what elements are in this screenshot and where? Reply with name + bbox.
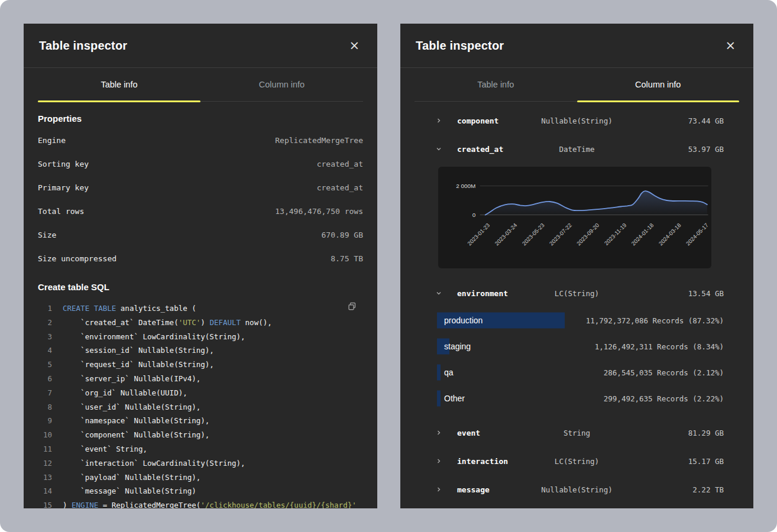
line-number: 6 (38, 372, 52, 386)
value-bar-row-production: production11,792,372,086 Records (87.32%… (415, 307, 739, 333)
tab-column-info[interactable]: Column info (577, 68, 740, 101)
column-row-interaction[interactable]: interactionLC(String)15.17 GB (415, 447, 739, 475)
sql-source: `request_id` Nullable(String), (63, 358, 214, 372)
sql-source: `interaction` LowCardinality(String), (63, 456, 245, 471)
backdrop: Table inspector × Table infoColumn info … (0, 0, 777, 532)
svg-text:2 000M: 2 000M (456, 183, 475, 189)
value-label: qa (444, 368, 454, 377)
sql-line: 3 `environment` LowCardinality(String), (38, 330, 363, 344)
close-icon[interactable]: × (347, 38, 362, 53)
tab-column-info[interactable]: Column info (200, 68, 363, 101)
created-at-distribution-chart: 2 000M02023-01-232023-03-242023-05-23202… (438, 167, 711, 268)
column-size: 73.44 GB (688, 116, 724, 125)
column-type: LC(String) (555, 457, 599, 466)
column-size: 53.97 GB (688, 145, 724, 154)
line-number: 9 (38, 414, 52, 428)
value-bar-row-qa: qa286,545,035 Records (2.12%) (415, 359, 739, 385)
tab-bar: Table infoColumn info (38, 68, 363, 102)
properties-list: EngineReplicatedMergeTreeSorting keycrea… (38, 128, 363, 270)
tab-table-info[interactable]: Table info (415, 68, 577, 101)
line-number: 11 (38, 442, 52, 456)
chevron-right-icon (436, 458, 443, 465)
property-label: Size uncompressed (38, 254, 116, 263)
column-row-created-at[interactable]: created_atDateTime53.97 GB (415, 135, 739, 163)
value-label: staging (444, 342, 471, 351)
sql-line: 12 `interaction` LowCardinality(String), (38, 456, 363, 471)
column-name: component (457, 116, 498, 125)
column-size: 81.29 GB (688, 429, 724, 437)
table-inspector-dialog-table-info: Table inspector × Table infoColumn info … (24, 24, 377, 508)
svg-text:2023-09-20: 2023-09-20 (575, 222, 600, 246)
property-row-primary-key: Primary keycreated_at (38, 176, 363, 199)
value-bar-row-staging: staging1,126,492,311 Records (8.34%) (415, 333, 739, 359)
column-name: interaction (457, 457, 508, 466)
column-type: LC(String) (555, 289, 599, 298)
value-count: 286,545,035 Records (2.12%) (604, 368, 724, 377)
create-table-sql-heading: Create table SQL (38, 282, 363, 292)
line-number: 5 (38, 358, 52, 372)
sql-line: 9 `namespace` Nullable(String), (38, 414, 363, 428)
line-number: 12 (38, 456, 52, 471)
svg-text:2023-05-23: 2023-05-23 (521, 222, 546, 246)
column-name: event (457, 429, 480, 437)
column-row-component[interactable]: componentNullable(String)73.44 GB (415, 106, 739, 135)
sql-line: 8 `user_id` Nullable(String), (38, 400, 363, 414)
sql-source: `payload` Nullable(String), (63, 471, 200, 485)
sql-source: `component` Nullable(String), (63, 428, 209, 442)
line-number: 4 (38, 343, 52, 358)
sql-line: 2 `created_at` DateTime('UTC') DEFAULT n… (38, 316, 363, 330)
sql-line: 11 `event` String, (38, 442, 363, 456)
property-row-size-uncompressed: Size uncompressed8.75 TB (38, 246, 363, 270)
sql-source: `environment` LowCardinality(String), (63, 330, 245, 344)
property-value: 13,496,476,750 rows (275, 207, 363, 216)
property-label: Total rows (38, 207, 84, 216)
property-row-engine: EngineReplicatedMergeTree (38, 128, 363, 152)
chevron-down-icon (436, 145, 443, 153)
close-icon[interactable]: × (723, 38, 738, 53)
sql-line: 15) ENGINE = ReplicatedMergeTree('/click… (38, 498, 363, 508)
line-number: 10 (38, 428, 52, 442)
svg-text:2024-03-18: 2024-03-18 (658, 222, 682, 246)
sql-line: 6 `server_ip` Nullable(IPv4), (38, 372, 363, 386)
column-row-event[interactable]: eventString81.29 GB (415, 419, 739, 447)
column-info-scroll-area[interactable]: componentNullable(String)73.44 GBcreated… (400, 102, 753, 508)
property-value: created_at (317, 183, 363, 192)
line-number: 13 (38, 471, 52, 485)
sql-source: `created_at` DateTime('UTC') DEFAULT now… (63, 316, 272, 330)
column-type: DateTime (559, 145, 594, 154)
value-bar (437, 391, 441, 407)
column-row-environment[interactable]: environmentLC(String)13.54 GB (415, 279, 739, 307)
column-size: 13.54 GB (688, 289, 724, 298)
value-count: 11,792,372,086 Records (87.32%) (586, 316, 724, 325)
svg-text:2023-01-23: 2023-01-23 (466, 222, 491, 246)
sql-source: CREATE TABLE analytics_table ( (63, 301, 196, 316)
dialog-title: Table inspector (39, 39, 127, 53)
value-count: 1,126,492,311 Records (8.34%) (595, 342, 724, 351)
property-value: created_at (317, 160, 363, 168)
chevron-right-icon (436, 117, 443, 124)
property-label: Primary key (38, 183, 89, 192)
svg-text:2023-03-24: 2023-03-24 (493, 222, 518, 246)
copy-icon[interactable] (347, 301, 357, 313)
line-number: 8 (38, 400, 52, 414)
dialog-header: Table inspector × (24, 24, 377, 68)
svg-text:2024-01-18: 2024-01-18 (630, 222, 655, 246)
property-label: Sorting key (38, 160, 89, 168)
sql-source: `namespace` Nullable(String), (63, 414, 209, 428)
column-type: Nullable(String) (541, 116, 612, 125)
chevron-down-icon (436, 290, 443, 297)
column-name: message (457, 485, 490, 494)
sql-line: 7 `org_id` Nullable(UUID), (38, 386, 363, 400)
column-row-message[interactable]: messageNullable(String)2.22 TB (415, 475, 739, 504)
column-name: created_at (457, 145, 503, 154)
line-number: 1 (38, 301, 52, 316)
property-label: Size (38, 231, 56, 239)
column-size: 15.17 GB (688, 457, 724, 466)
sql-line: 1CREATE TABLE analytics_table ( (38, 301, 363, 316)
chevron-right-icon (436, 429, 443, 436)
sql-code-block: 1CREATE TABLE analytics_table (2 `create… (38, 301, 363, 508)
value-label: Other (444, 394, 465, 403)
tab-table-info[interactable]: Table info (38, 68, 200, 101)
table-info-scroll-area[interactable]: Properties EngineReplicatedMergeTreeSort… (24, 102, 377, 508)
property-value: ReplicatedMergeTree (275, 136, 363, 145)
